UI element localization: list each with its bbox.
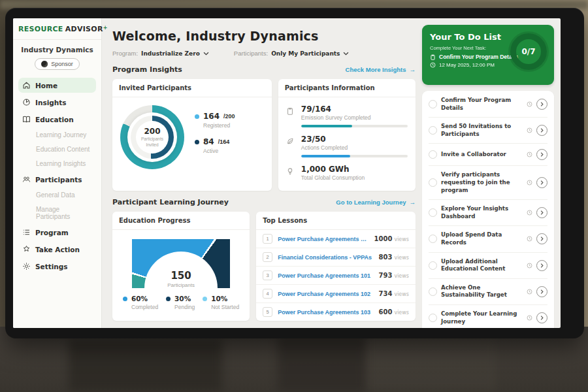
participants-filter[interactable]: Participants: Only My Participants <box>234 50 350 57</box>
legend-dot <box>203 297 207 301</box>
lesson-row[interactable]: 1 Power Purchase Agreements 101 1000view… <box>256 230 416 248</box>
task-open-button[interactable] <box>536 177 547 188</box>
check-more-insights-link[interactable]: Check More Insights → <box>346 66 416 73</box>
learning-journey-title: Participant Learning Journey <box>112 198 229 206</box>
task-complete-learning-journey[interactable]: Complete Your Learning Journey <box>429 305 547 328</box>
chevron-right-icon <box>540 128 544 133</box>
sidebar-item-label: General Data <box>36 191 74 199</box>
lesson-views: 600views <box>379 308 409 316</box>
sidebar-item-settings[interactable]: Settings <box>18 259 96 274</box>
lesson-link[interactable]: Power Purchase Agreements 103 <box>278 309 373 316</box>
task-open-button[interactable] <box>536 233 547 244</box>
stat-emission-survey: 79/164 Emission Survey Completed <box>286 105 408 127</box>
sidebar-item-take-action[interactable]: Take Action <box>18 242 96 257</box>
filter-bar: Program: Industrialize Zero Participants… <box>112 50 416 57</box>
stat-global-consumption: 1,000 GWh Total Global Consumption <box>286 165 408 181</box>
task-send-invitations[interactable]: Send 50 Invitations to Participants <box>429 118 547 144</box>
todo-next-task-label: Confirm Your Program Details <box>439 54 518 60</box>
participants-icon <box>22 175 31 184</box>
lesson-views: 734views <box>379 290 409 297</box>
invited-participants-card: Invited Participants 200 Participants In… <box>112 79 272 191</box>
checkbox-circle-icon[interactable] <box>429 261 437 270</box>
clock-icon <box>527 315 532 321</box>
lesson-row[interactable]: 4 Power Purchase Agreements 102 734views <box>256 285 416 303</box>
sidebar-item-learning-insights[interactable]: Learning Insights <box>18 157 96 170</box>
program-filter-value: Industrialize Zero <box>141 50 200 57</box>
lesson-row[interactable]: 2 Financial Considerations - VPPAs 803vi… <box>256 248 416 267</box>
sidebar-item-label: Program <box>35 229 69 237</box>
stat-progress-fill <box>301 155 350 157</box>
task-confirm-program[interactable]: Confirm Your Program Details <box>429 91 547 118</box>
lesson-row[interactable]: 3 Power Purchase Agreements 101 793views <box>256 267 416 285</box>
task-open-button[interactable] <box>536 286 547 297</box>
lesson-link[interactable]: Power Purchase Agreements 101 <box>278 272 373 279</box>
task-verify-participants[interactable]: Verify participants requesting to join t… <box>429 166 547 200</box>
legend-value: 164 <box>203 112 220 121</box>
legend-dot <box>195 140 199 144</box>
task-open-button[interactable] <box>536 207 547 218</box>
sidebar-divider <box>13 39 101 40</box>
donut-center-label: Participants Invited <box>135 137 169 148</box>
lesson-link[interactable]: Power Purchase Agreements 102 <box>278 291 373 297</box>
task-label: Explore Your Insights Dashboard <box>441 205 523 220</box>
task-upload-spend-data[interactable]: Upload Spend Data Records <box>429 226 547 252</box>
task-explore-insights[interactable]: Explore Your Insights Dashboard <box>429 200 547 226</box>
sidebar-item-label: Manage Participants <box>36 206 92 220</box>
sidebar-item-program[interactable]: Program <box>18 225 96 240</box>
task-upload-educational-content[interactable]: Upload Additional Educational Content <box>429 253 547 279</box>
todo-header-panel: Your To Do List Complete Your Next Task:… <box>422 25 554 85</box>
sidebar-item-education[interactable]: Education <box>18 112 96 127</box>
sidebar-item-label: Education Content <box>36 146 90 153</box>
checkbox-circle-icon[interactable] <box>429 235 437 243</box>
program-insights-header: Program Insights Check More Insights → <box>112 65 416 74</box>
sidebar-item-general-data[interactable]: General Data <box>18 189 96 201</box>
task-open-button[interactable] <box>536 312 547 323</box>
clock-icon <box>527 236 532 242</box>
sidebar-item-learning-journey[interactable]: Learning Journey <box>18 129 96 141</box>
task-open-button[interactable] <box>536 125 547 136</box>
checkbox-circle-icon[interactable] <box>429 100 437 108</box>
background-blur-block <box>278 336 366 392</box>
task-label: Upload Additional Educational Content <box>441 258 523 273</box>
sidebar-item-participants[interactable]: Participants <box>18 172 96 187</box>
checkbox-circle-icon[interactable] <box>429 178 437 187</box>
checkbox-circle-icon[interactable] <box>429 208 437 217</box>
sidebar-item-manage-participants[interactable]: Manage Participants <box>18 203 96 223</box>
lesson-row[interactable]: 5 Power Purchase Agreements 103 600views <box>256 303 416 321</box>
sidebar: RESOURCEADVISOR+ Industry Dynamics Spons… <box>13 18 102 328</box>
checkbox-circle-icon[interactable] <box>429 126 437 135</box>
checkbox-circle-icon[interactable] <box>429 287 437 296</box>
legend-completed: 60% Completed <box>123 295 158 310</box>
sidebar-item-label: Learning Journey <box>36 131 86 139</box>
lesson-link[interactable]: Financial Considerations - VPPAs <box>278 254 373 261</box>
sidebar-item-education-content[interactable]: Education Content <box>18 143 96 155</box>
clipboard-icon <box>430 54 436 60</box>
insights-cards-row: Invited Participants 200 Participants In… <box>112 79 416 191</box>
stat-actions-completed: 23/50 Actions Completed <box>286 135 408 157</box>
chevron-right-icon <box>540 102 544 106</box>
donut-center-value: 200 <box>144 127 160 136</box>
task-label: Send 50 Invitations to Participants <box>441 123 523 138</box>
checkbox-circle-icon[interactable] <box>429 314 437 322</box>
sidebar-item-insights[interactable]: Insights <box>18 95 96 110</box>
go-to-learning-journey-link[interactable]: Go to Learning Journey → <box>336 199 416 206</box>
task-open-button[interactable] <box>536 99 547 110</box>
program-filter[interactable]: Program: Industrialize Zero <box>112 50 209 57</box>
chevron-down-icon <box>203 52 209 56</box>
task-open-button[interactable] <box>536 149 547 160</box>
lesson-link[interactable]: Power Purchase Agreements 101 <box>278 236 368 242</box>
task-achieve-sustainability-target[interactable]: Achieve One Sustainability Target <box>429 279 547 305</box>
sponsor-badge[interactable]: Sponsor <box>35 58 80 70</box>
arrow-right-icon: → <box>410 66 416 73</box>
legend-label: Registered <box>203 122 235 129</box>
sidebar-item-home[interactable]: Home <box>18 78 96 93</box>
chevron-right-icon <box>540 210 544 215</box>
checkbox-circle-icon[interactable] <box>429 150 437 159</box>
task-open-button[interactable] <box>536 260 547 271</box>
education-gauge-chart: 150 Participants <box>132 239 230 288</box>
card-title: Education Progress <box>112 212 250 230</box>
lessons-list: 1 Power Purchase Agreements 101 1000view… <box>256 230 416 321</box>
legend-not-started: 10% Not Started <box>203 295 239 310</box>
stat-label: Emission Survey Completed <box>301 114 408 121</box>
task-invite-collaborator[interactable]: Invite a Collaborator <box>429 144 547 166</box>
